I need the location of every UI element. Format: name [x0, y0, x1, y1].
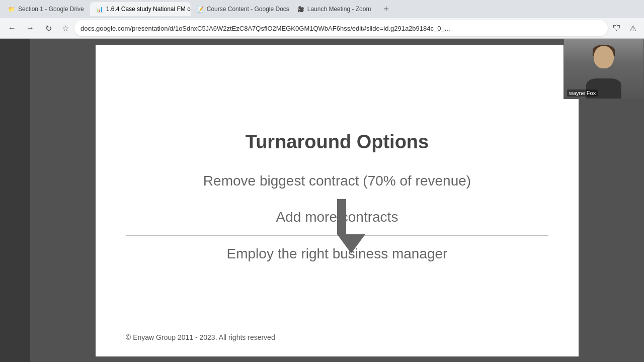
slide-text-top: Remove biggest contract (70% of revenue) [203, 173, 471, 189]
tab-case-study[interactable]: 📊 1.6.4 Case study National FM cont... ✕ [90, 2, 191, 16]
content-wrapper: Turnaround Options Remove biggest contra… [30, 39, 644, 362]
video-person-label: wayne Fox [567, 89, 598, 97]
tab-google-drive[interactable]: 📁 Section 1 - Google Drive [2, 2, 90, 16]
tab-favicon-docs: 📝 [197, 6, 204, 13]
slide-area: Turnaround Options Remove biggest contra… [30, 39, 644, 362]
video-person: wayne Fox [564, 39, 643, 99]
back-button[interactable]: ← [4, 20, 20, 36]
warning-icon[interactable]: ⚠ [626, 21, 640, 35]
tab-label-zoom: Launch Meeting - Zoom [307, 6, 371, 13]
tab-course-content[interactable]: 📝 Course Content - Google Docs [191, 2, 291, 16]
tab-label-slides: 1.6.4 Case study National FM cont... [106, 6, 191, 13]
tab-zoom[interactable]: 🎥 Launch Meeting - Zoom [291, 2, 377, 16]
tab-bar: 📁 Section 1 - Google Drive 📊 1.6.4 Case … [0, 0, 644, 18]
toolbar: ← → ↻ ☆ 🛡 ⚠ [0, 18, 644, 38]
reload-button[interactable]: ↻ [40, 20, 56, 36]
shield-icon[interactable]: 🛡 [610, 21, 624, 35]
left-panel [0, 39, 30, 362]
arrow-shaft [337, 199, 346, 234]
slide-body: Remove biggest contract (70% of revenue)… [126, 173, 548, 262]
slide-content: Turnaround Options Remove biggest contra… [126, 65, 548, 328]
bookmark-button[interactable]: ☆ [58, 21, 72, 35]
main-area: Turnaround Options Remove biggest contra… [0, 39, 644, 362]
slide-footer: © Enyaw Group 2011 - 2023. All rights re… [126, 328, 548, 341]
slide-title: Turnaround Options [246, 131, 429, 153]
tab-label-docs: Course Content - Google Docs [207, 6, 289, 13]
tab-favicon-slides: 📊 [96, 6, 103, 13]
browser-chrome: 📁 Section 1 - Google Drive 📊 1.6.4 Case … [0, 0, 644, 39]
toolbar-actions: 🛡 ⚠ [610, 21, 640, 35]
presentation-slide: Turnaround Options Remove biggest contra… [96, 45, 579, 356]
video-overlay: wayne Fox [564, 39, 644, 99]
tab-favicon-zoom: 🎥 [297, 6, 304, 13]
arrow-head [337, 234, 365, 253]
tab-favicon-drive: 📁 [8, 6, 15, 13]
person-head [594, 46, 614, 68]
forward-button[interactable]: → [22, 20, 38, 36]
new-tab-button[interactable]: + [379, 2, 393, 16]
tab-label-drive: Section 1 - Google Drive [18, 6, 84, 13]
address-bar[interactable] [74, 20, 608, 36]
